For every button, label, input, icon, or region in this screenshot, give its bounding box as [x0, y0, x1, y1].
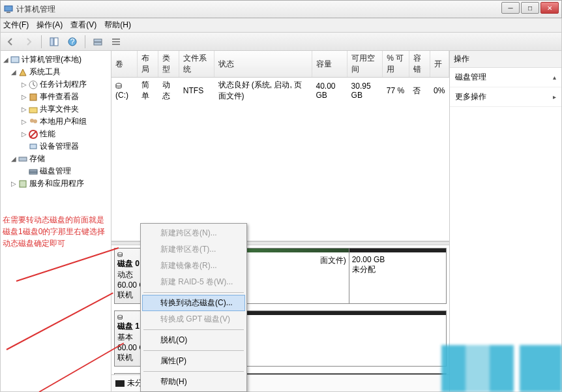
- window-title: 计算机管理: [16, 4, 559, 15]
- toolbar: ?: [0, 33, 562, 51]
- menu-properties[interactable]: 属性(P): [142, 353, 245, 369]
- disk-0-partition-1[interactable]: 20.00 GB 未分配: [349, 249, 446, 303]
- menu-view[interactable]: 查看(V): [70, 20, 96, 31]
- tree-device-manager[interactable]: 设备管理器: [2, 140, 110, 153]
- svg-rect-10: [112, 44, 120, 45]
- collapse-icon: ▴: [553, 74, 556, 81]
- svg-rect-7: [94, 42, 102, 45]
- tree-label: 计算机管理(本地): [22, 54, 81, 65]
- navigation-tree[interactable]: ◢计算机管理(本地) ◢系统工具 ▷任务计划程序 ▷事件查看器 ▷共享文件夹 ▷…: [1, 51, 111, 391]
- actions-label: 磁盘管理: [455, 72, 486, 83]
- tree-label: 本地用户和组: [40, 116, 87, 127]
- tree-root[interactable]: ◢计算机管理(本地): [2, 53, 110, 66]
- tree-label: 任务计划程序: [40, 79, 87, 90]
- maximize-button[interactable]: □: [521, 2, 539, 14]
- col-pct[interactable]: % 可用: [383, 51, 409, 78]
- svg-point-15: [30, 119, 34, 123]
- submenu-icon: ▸: [553, 93, 556, 100]
- back-button[interactable]: [3, 35, 18, 49]
- help-button[interactable]: ?: [65, 35, 80, 49]
- menu-offline[interactable]: 脱机(O): [142, 332, 245, 348]
- col-layout[interactable]: 布局: [138, 51, 158, 78]
- svg-rect-20: [19, 157, 27, 161]
- tree-label: 系统工具: [29, 67, 61, 78]
- tree-storage[interactable]: ◢存储: [2, 153, 110, 165]
- tree-label: 服务和应用程序: [29, 178, 84, 189]
- svg-rect-6: [94, 39, 102, 42]
- close-button[interactable]: ✕: [540, 2, 559, 14]
- partition-status: 未分配: [352, 264, 443, 275]
- menu-convert-dynamic[interactable]: 转换到动态磁盘(C)...: [142, 295, 245, 311]
- menu-new-striped[interactable]: 新建带区卷(T)...: [142, 241, 245, 258]
- col-open[interactable]: 开: [430, 51, 449, 78]
- col-type[interactable]: 类型: [158, 51, 179, 78]
- svg-rect-11: [11, 57, 19, 63]
- minimize-button[interactable]: ─: [501, 2, 520, 14]
- col-filesystem[interactable]: 文件系统: [179, 51, 214, 78]
- volume-list[interactable]: 卷 布局 类型 文件系统 状态 容量 可用空间 % 可用 容错 开 ⛁ (C:)…: [111, 51, 449, 241]
- context-menu[interactable]: 新建跨区卷(N)... 新建带区卷(T)... 新建镜像卷(R)... 新建 R…: [140, 223, 247, 392]
- menu-new-mirror[interactable]: 新建镜像卷(R)...: [142, 258, 245, 274]
- menu-new-raid5[interactable]: 新建 RAID-5 卷(W)...: [142, 274, 245, 290]
- volume-icon: ⛁: [115, 82, 122, 91]
- tree-system-tools[interactable]: ◢系统工具: [2, 66, 110, 78]
- col-free[interactable]: 可用空间: [348, 51, 383, 78]
- actions-section-diskmgmt[interactable]: 磁盘管理 ▴: [450, 68, 561, 87]
- col-status[interactable]: 状态: [214, 51, 312, 78]
- cell-open: 0%: [430, 78, 449, 104]
- menu-file[interactable]: 文件(F): [3, 20, 29, 31]
- menu-convert-gpt[interactable]: 转换成 GPT 磁盘(V): [142, 311, 245, 327]
- actions-label: 更多操作: [455, 91, 486, 102]
- volume-header-row: 卷 布局 类型 文件系统 状态 容量 可用空间 % 可用 容错 开: [111, 51, 449, 78]
- menu-help[interactable]: 帮助(H): [104, 20, 131, 31]
- cell-type: 动态: [158, 78, 179, 104]
- svg-rect-14: [29, 108, 37, 113]
- svg-rect-8: [112, 38, 120, 40]
- tree-shared-folders[interactable]: ▷共享文件夹: [2, 103, 110, 115]
- menu-separator: [143, 329, 244, 330]
- menu-separator: [143, 371, 244, 372]
- svg-rect-0: [5, 6, 12, 11]
- actions-more[interactable]: 更多操作 ▸: [450, 87, 561, 107]
- tree-label: 事件查看器: [40, 91, 79, 102]
- menu-new-spanned[interactable]: 新建跨区卷(N)...: [142, 225, 245, 241]
- tree-local-users[interactable]: ▷本地用户和组: [2, 115, 110, 128]
- tree-performance[interactable]: ▷性能: [2, 128, 110, 140]
- svg-rect-2: [50, 38, 53, 46]
- actions-pane: 操作 磁盘管理 ▴ 更多操作 ▸: [449, 51, 561, 391]
- refresh-button[interactable]: [91, 35, 105, 49]
- legend-unalloc-swatch: [115, 380, 125, 387]
- svg-rect-23: [20, 181, 26, 187]
- tree-label: 存储: [29, 153, 45, 164]
- svg-rect-3: [54, 38, 58, 46]
- tree-label: 性能: [40, 128, 55, 140]
- col-fault[interactable]: 容错: [409, 51, 430, 78]
- menu-action[interactable]: 操作(A): [37, 20, 63, 31]
- col-volume[interactable]: 卷: [111, 51, 138, 78]
- cell-status: 状态良好 (系统, 启动, 页面文件): [214, 78, 312, 104]
- tree-services-apps[interactable]: ▷服务和应用程序: [2, 177, 110, 190]
- menu-help[interactable]: 帮助(H): [142, 374, 245, 390]
- svg-rect-22: [29, 172, 37, 174]
- tree-event-viewer[interactable]: ▷事件查看器: [2, 91, 110, 103]
- svg-rect-21: [29, 170, 37, 172]
- svg-line-18: [30, 131, 37, 138]
- forward-button[interactable]: [22, 35, 36, 49]
- volume-row[interactable]: ⛁ (C:) 简单 动态 NTFS 状态良好 (系统, 启动, 页面文件) 40…: [111, 78, 449, 104]
- tree-disk-management[interactable]: 磁盘管理: [2, 165, 110, 177]
- cell-capacity: 40.00 GB: [312, 78, 348, 104]
- svg-point-16: [33, 119, 37, 123]
- cell-layout: 简单: [138, 78, 158, 104]
- col-capacity[interactable]: 容量: [312, 51, 348, 78]
- tree-task-scheduler[interactable]: ▷任务计划程序: [2, 78, 110, 91]
- cell-pct: 77 %: [383, 78, 409, 104]
- list-button[interactable]: [109, 35, 123, 49]
- show-hide-tree-button[interactable]: [47, 35, 61, 49]
- tree-label: 共享文件夹: [40, 104, 79, 115]
- cell-free: 30.95 GB: [348, 78, 383, 104]
- svg-rect-19: [30, 144, 37, 149]
- menu-separator: [143, 292, 244, 293]
- toolbar-separator: [41, 35, 42, 48]
- tree-label: 设备管理器: [40, 141, 79, 152]
- tree-label: 磁盘管理: [40, 166, 71, 177]
